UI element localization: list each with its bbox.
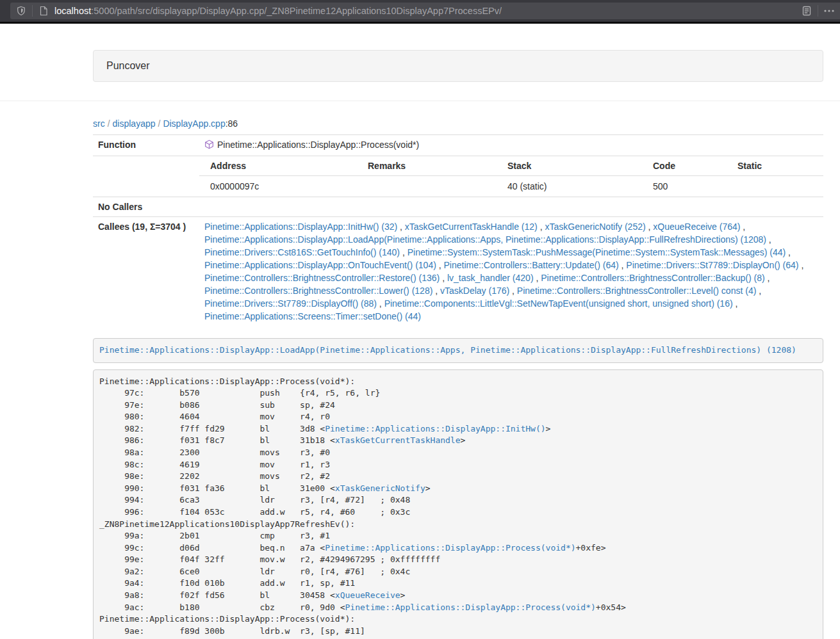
toolbar-divider <box>818 5 818 17</box>
asm-line: Pinetime::Applications::DisplayApp::Proc… <box>99 376 817 388</box>
callee-separator: , <box>440 273 447 283</box>
asm-text: > <box>461 435 466 445</box>
callee-separator: , <box>377 298 384 309</box>
symbol-link[interactable]: Pinetime::Applications::DisplayApp::Init… <box>325 424 545 433</box>
asm-text: 98e: 2202 movs r2, #2 <box>99 471 330 481</box>
asm-text: Pinetime::Applications::DisplayApp::Proc… <box>99 376 355 386</box>
asm-line: 980: 4604 mov r4, r0 <box>99 411 817 423</box>
asm-line: 98a: 2300 movs r3, #0 <box>99 447 817 459</box>
asm-text: 97c: b570 push {r4, r5, r6, lr} <box>99 388 380 398</box>
asm-text: 9a2: 6ce0 ldr r0, [r4, #76] ; 0x4c <box>99 567 410 576</box>
asm-line: 986: f031 f8c7 bl 31b18 <xTaskGetCurrent… <box>99 435 817 447</box>
asm-line: Pinetime::Applications::DisplayApp::Proc… <box>99 613 817 626</box>
asm-line: 97e: b086 sub sp, #24 <box>99 400 817 412</box>
callee-link[interactable]: Pinetime::Applications::DisplayApp::OnTo… <box>204 260 436 270</box>
symbol-link[interactable]: Pinetime::Applications::DisplayApp::Proc… <box>325 543 575 553</box>
callee-link[interactable]: Pinetime::Controllers::Battery::Update()… <box>444 260 619 270</box>
breadcrumb-line-number: :86 <box>226 118 238 129</box>
callee-separator: , <box>619 260 627 270</box>
callee-separator: , <box>733 298 738 309</box>
callee-link[interactable]: Pinetime::Applications::Screens::Timer::… <box>204 311 421 321</box>
shield-icon[interactable] <box>15 5 27 17</box>
symbol-link[interactable]: xQueueReceive <box>335 590 400 600</box>
callee-link[interactable]: Pinetime::System::SystemTask::PushMessag… <box>408 247 786 257</box>
asm-text: 9a4: f10d 010b add.w r1, sp, #11 <box>99 578 355 588</box>
callee-link[interactable]: Pinetime::Drivers::Cst816S::GetTouchInfo… <box>204 247 400 257</box>
callee-link[interactable]: Pinetime::Controllers::BrightnessControl… <box>517 286 756 296</box>
asm-line: 99a: 2b01 cmp r3, #1 <box>99 530 817 542</box>
col-header-remarks: Remarks <box>363 156 502 176</box>
callee-separator: , <box>400 247 408 257</box>
highlighted-symbol-link[interactable]: Pinetime::Applications::DisplayApp::Load… <box>99 345 796 355</box>
divider <box>0 101 840 101</box>
symbol-link[interactable]: xTaskGetCurrentTaskHandle <box>335 435 461 445</box>
cell-stack: 40 (static) <box>502 176 648 197</box>
col-header-static: Static <box>732 156 823 176</box>
function-label: Function <box>93 135 199 156</box>
asm-text: 994: 6ca3 ldr r3, [r4, #72] ; 0x48 <box>99 495 410 505</box>
table-row: Address Remarks Stack Code Static 0x0000… <box>93 156 823 197</box>
cell-code: 500 <box>648 176 732 197</box>
breadcrumb-link-displayapp[interactable]: displayapp <box>113 118 156 129</box>
callees-cell: Pinetime::Applications::DisplayApp::Init… <box>199 217 823 327</box>
asm-text: 99e: f04f 32ff mov.w r2, #4294967295 ; 0… <box>99 554 440 564</box>
callee-link[interactable]: Pinetime::Applications::DisplayApp::Load… <box>204 234 766 245</box>
asm-text: 98c: 4619 mov r1, r3 <box>99 460 330 469</box>
url-bar[interactable]: localhost:5000/path/src/displayapp/Displ… <box>10 3 840 19</box>
asm-text: 996: f104 053c add.w r5, r4, #60 ; 0x3c <box>99 507 410 517</box>
breadcrumb-separator: / <box>158 118 161 129</box>
reader-mode-icon[interactable] <box>801 5 812 17</box>
callee-separator: , <box>799 260 804 270</box>
callee-link[interactable]: vTaskDelay (176) <box>440 286 509 296</box>
asm-text: 9a8: f02f fd56 bl 30458 < <box>99 590 335 600</box>
callee-link[interactable]: lv_task_handler (420) <box>447 273 534 283</box>
page-title: Puncover <box>106 60 150 71</box>
no-callers-label: No Callers <box>93 197 199 217</box>
callee-link[interactable]: Pinetime::Drivers::St7789::DisplayOn() (… <box>626 260 798 270</box>
callee-link[interactable]: Pinetime::Components::LittleVgl::SetNewT… <box>384 298 733 309</box>
callee-separator: , <box>740 222 745 232</box>
asm-text: _ZN8Pinetime12Applications10DisplayApp7R… <box>99 519 355 529</box>
callee-separator: , <box>397 222 405 232</box>
callee-link[interactable]: Pinetime::Controllers::BrightnessControl… <box>204 286 432 296</box>
asm-line: _ZN8Pinetime12Applications10DisplayApp7R… <box>99 519 817 531</box>
symbol-link[interactable]: xTaskGenericNotify <box>335 483 425 493</box>
asm-line: 99e: f04f 32ff mov.w r2, #4294967295 ; 0… <box>99 554 817 566</box>
asm-line: 97c: b570 push {r4, r5, r6, lr} <box>99 387 817 400</box>
callee-link[interactable]: xTaskGetCurrentTaskHandle (12) <box>405 222 538 232</box>
asm-text: +0xfe> <box>576 543 606 553</box>
callee-link[interactable]: Pinetime::Drivers::St7789::DisplayOff() … <box>204 298 377 309</box>
cell-address: 0x0000097c <box>199 176 363 197</box>
asm-text: 980: 4604 mov r4, r0 <box>99 412 330 421</box>
asm-line: 9a2: 6ce0 ldr r0, [r4, #76] ; 0x4c <box>99 566 817 578</box>
col-header-code: Code <box>648 156 732 176</box>
callee-link[interactable]: Pinetime::Controllers::BrightnessControl… <box>204 273 440 283</box>
table-row: Function Pinetime::Applications::Display… <box>93 135 823 156</box>
table-row: Callees (19, Σ=3704 ) Pinetime::Applicat… <box>93 217 823 327</box>
callee-link[interactable]: xTaskGenericNotify (252) <box>545 222 645 232</box>
asm-line: 996: f104 053c add.w r5, r4, #60 ; 0x3c <box>99 506 817 519</box>
callee-separator: , <box>766 234 771 245</box>
asm-text: 97e: b086 sub sp, #24 <box>99 400 335 410</box>
address-url[interactable]: localhost:5000/path/src/displayapp/Displ… <box>54 6 502 16</box>
url-path: :5000/path/src/displayapp/DisplayApp.cpp… <box>91 6 502 16</box>
breadcrumb-link-src[interactable]: src <box>93 118 105 129</box>
callee-separator: , <box>436 260 444 270</box>
callee-separator: , <box>509 286 517 296</box>
callee-link[interactable]: Pinetime::Applications::DisplayApp::Init… <box>204 222 397 232</box>
asm-text: 99c: d06d beq.n a7a < <box>99 543 325 553</box>
callee-link[interactable]: Pinetime::Controllers::BrightnessControl… <box>541 273 764 283</box>
function-info-table: Function Pinetime::Applications::Display… <box>93 134 823 326</box>
symbol-cube-icon <box>204 140 214 152</box>
breadcrumb-link-file[interactable]: DisplayApp.cpp <box>163 118 225 129</box>
menu-dots-icon[interactable] <box>823 5 835 17</box>
asm-text: 986: f031 f8c7 bl 31b18 < <box>99 435 335 445</box>
symbol-link[interactable]: Pinetime::Applications::DisplayApp::Proc… <box>345 603 596 612</box>
callee-separator: , <box>534 273 541 283</box>
callee-separator: , <box>786 247 791 257</box>
callee-link[interactable]: xQueueReceive (764) <box>653 222 740 232</box>
asm-text: 9ac: b180 cbz r0, 9d0 < <box>99 603 345 612</box>
asm-text: > <box>400 590 406 600</box>
callee-separator: , <box>538 222 545 232</box>
page-icon[interactable] <box>38 5 49 17</box>
